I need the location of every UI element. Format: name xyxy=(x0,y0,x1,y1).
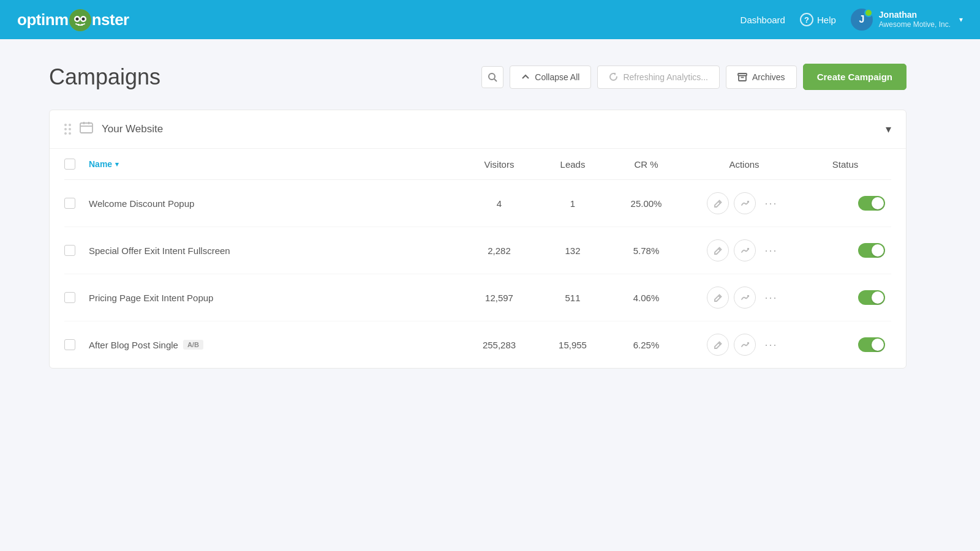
website-header: Your Website ▾ xyxy=(50,110,906,149)
analytics-button-3[interactable] xyxy=(734,287,756,309)
cr-4: 6.25% xyxy=(609,340,683,350)
help-link[interactable]: ? Help xyxy=(800,13,836,26)
edit-icon-1 xyxy=(714,199,723,208)
analytics-button-4[interactable] xyxy=(734,334,756,356)
search-icon xyxy=(488,72,497,82)
svg-rect-5 xyxy=(78,24,80,26)
row-checkbox-4[interactable] xyxy=(64,339,75,350)
table-row: Welcome Discount Popup 4 1 25.00% ··· xyxy=(64,180,891,227)
svg-point-0 xyxy=(69,9,91,31)
toggle-thumb-2 xyxy=(872,244,884,257)
more-button-2[interactable]: ··· xyxy=(761,242,781,260)
website-left: Your Website xyxy=(64,121,163,137)
campaigns-toolbar: Campaigns Collapse All Refreshing A xyxy=(49,64,907,90)
actions-cell-1: ··· xyxy=(683,192,805,214)
analytics-button-2[interactable] xyxy=(734,239,756,261)
logo-text-2: nster xyxy=(92,10,129,29)
actions-cell-4: ··· xyxy=(683,334,805,356)
edit-button-1[interactable] xyxy=(707,192,729,214)
table-row: Pricing Page Exit Intent Popup 12,597 51… xyxy=(64,274,891,321)
row-checkbox-2[interactable] xyxy=(64,245,75,256)
analytics-button-1[interactable] xyxy=(734,192,756,214)
dashboard-link[interactable]: Dashboard xyxy=(741,15,785,25)
refresh-icon xyxy=(609,72,618,81)
user-info: Jonathan Awesome Motive, Inc. xyxy=(879,9,951,30)
archives-label: Archives xyxy=(752,72,785,82)
website-card: Your Website ▾ Name ▾ Visitors Leads CR … xyxy=(49,110,907,369)
column-header-cr: CR % xyxy=(609,159,683,170)
row-checkbox-cell-3 xyxy=(64,292,89,303)
search-button[interactable] xyxy=(481,66,503,88)
archive-icon xyxy=(737,73,747,81)
table-row: Special Offer Exit Intent Fullscreen 2,2… xyxy=(64,227,891,274)
campaign-name-text-2: Special Offer Exit Intent Fullscreen xyxy=(89,246,230,256)
toggle-track-3[interactable] xyxy=(858,290,885,305)
row-checkbox-3[interactable] xyxy=(64,292,75,303)
row-checkbox-1[interactable] xyxy=(64,198,75,209)
status-toggle-3[interactable] xyxy=(805,290,891,305)
campaign-name-1: Welcome Discount Popup xyxy=(89,198,462,209)
avatar-initial: J xyxy=(859,14,864,25)
campaign-name-3: Pricing Page Exit Intent Popup xyxy=(89,293,462,303)
create-campaign-label: Create Campaign xyxy=(817,72,892,82)
status-toggle-2[interactable] xyxy=(805,243,891,258)
help-label: Help xyxy=(817,15,836,25)
user-company: Awesome Motive, Inc. xyxy=(879,20,951,30)
status-toggle-4[interactable] xyxy=(805,337,891,352)
drag-handle[interactable] xyxy=(64,124,71,135)
create-campaign-button[interactable]: Create Campaign xyxy=(803,64,907,90)
sort-icon: ▾ xyxy=(115,160,119,168)
cr-1: 25.00% xyxy=(609,198,683,209)
user-menu[interactable]: J Jonathan Awesome Motive, Inc. ▾ xyxy=(851,9,963,31)
analytics-icon-4 xyxy=(741,340,750,350)
collapse-all-button[interactable]: Collapse All xyxy=(510,66,591,89)
more-button-4[interactable]: ··· xyxy=(761,336,781,354)
cr-3: 4.06% xyxy=(609,293,683,303)
actions-cell-2: ··· xyxy=(683,239,805,261)
toggle-thumb-3 xyxy=(872,291,884,304)
app-header: optinm nster Dashboard ? Help J xyxy=(0,0,980,39)
user-name: Jonathan xyxy=(879,9,951,20)
edit-icon-2 xyxy=(714,246,723,255)
table-row: After Blog Post Single A/B 255,283 15,95… xyxy=(64,321,891,368)
campaign-name-text-4: After Blog Post Single xyxy=(89,340,178,350)
more-button-1[interactable]: ··· xyxy=(761,195,781,212)
website-icon xyxy=(80,121,93,137)
table-body: Welcome Discount Popup 4 1 25.00% ··· xyxy=(64,180,891,368)
analytics-icon-2 xyxy=(741,246,750,255)
svg-line-8 xyxy=(494,79,497,81)
website-chevron-icon[interactable]: ▾ xyxy=(886,122,891,136)
visitors-4: 255,283 xyxy=(462,340,536,350)
campaigns-table: Name ▾ Visitors Leads CR % Actions Statu… xyxy=(50,149,906,368)
svg-rect-9 xyxy=(738,73,747,76)
campaign-name-text-1: Welcome Discount Popup xyxy=(89,198,194,209)
toggle-track-2[interactable] xyxy=(858,243,885,258)
status-toggle-1[interactable] xyxy=(805,196,891,211)
leads-2: 132 xyxy=(536,246,609,256)
website-name: Your Website xyxy=(102,123,163,135)
toggle-track-4[interactable] xyxy=(858,337,885,352)
svg-point-4 xyxy=(81,18,85,21)
collapse-icon xyxy=(521,73,530,81)
more-button-3[interactable]: ··· xyxy=(761,289,781,307)
leads-3: 511 xyxy=(536,293,609,303)
toolbar-actions: Collapse All Refreshing Analytics... Arc… xyxy=(481,64,907,90)
row-checkbox-cell-4 xyxy=(64,339,89,350)
edit-button-4[interactable] xyxy=(707,334,729,356)
calendar-icon xyxy=(80,121,93,133)
user-menu-chevron-icon: ▾ xyxy=(959,15,963,24)
toggle-track-1[interactable] xyxy=(858,196,885,211)
column-header-status: Status xyxy=(805,159,891,170)
collapse-all-label: Collapse All xyxy=(535,72,579,82)
archives-button[interactable]: Archives xyxy=(726,66,797,89)
toggle-thumb-1 xyxy=(872,197,884,209)
edit-button-2[interactable] xyxy=(707,239,729,261)
svg-point-3 xyxy=(75,18,78,21)
edit-button-3[interactable] xyxy=(707,287,729,309)
svg-rect-6 xyxy=(81,24,83,26)
column-header-name[interactable]: Name ▾ xyxy=(89,159,462,169)
select-all-checkbox[interactable] xyxy=(64,159,75,170)
header-navigation: Dashboard ? Help J Jonathan Awesome Moti… xyxy=(741,9,963,31)
logo-monster-icon xyxy=(69,9,91,31)
refreshing-label: Refreshing Analytics... xyxy=(623,72,708,82)
